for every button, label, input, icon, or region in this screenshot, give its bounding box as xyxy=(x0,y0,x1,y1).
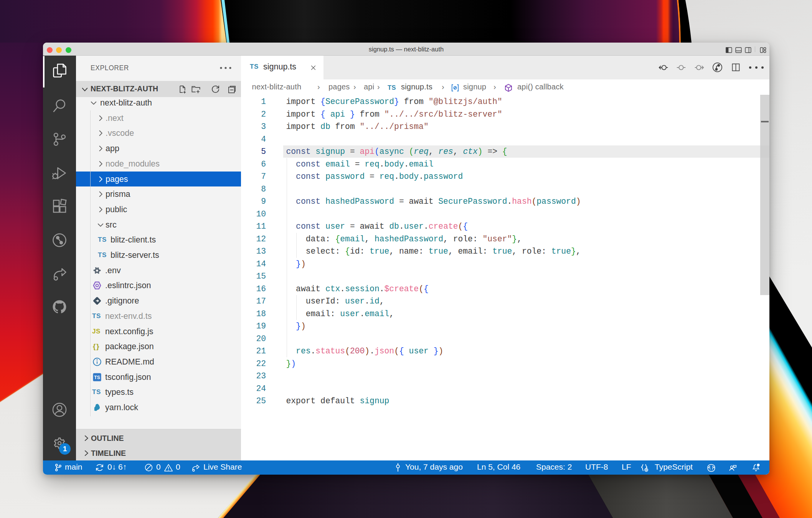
svg-text:TS: TS xyxy=(94,375,100,380)
